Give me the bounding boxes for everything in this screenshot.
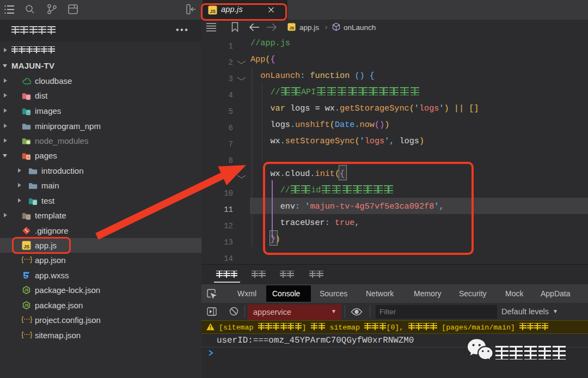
svg-text:JS: JS [289, 26, 294, 31]
svg-text:JS: JS [24, 303, 29, 307]
svg-text:JS: JS [24, 288, 29, 292]
